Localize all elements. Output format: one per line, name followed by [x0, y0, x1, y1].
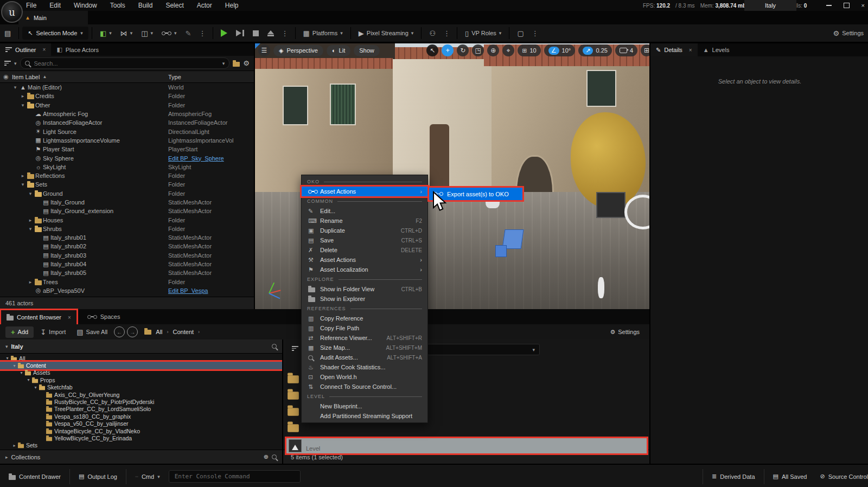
- folder-tree-row[interactable]: TreePlanter_CC_by_LordSamueliSolo: [0, 406, 282, 413]
- collections-bar[interactable]: ▸ Collections ⊕: [0, 450, 282, 464]
- outliner-row[interactable]: ▤Italy_GroundStaticMeshActor: [0, 198, 254, 207]
- folder-tree-row[interactable]: Axis_CC_by_OliverYeung: [0, 391, 282, 398]
- menu-item-edit[interactable]: ✎Edit...: [302, 206, 427, 216]
- view-mode-dropdown[interactable]: ◐Lit: [327, 45, 350, 56]
- folder-tree-row[interactable]: Vespa_v50_CC_by_yailjinser: [0, 420, 282, 427]
- menu-item-rename[interactable]: ⌨RenameF2: [302, 216, 427, 226]
- rotate-tool-button[interactable]: ↻: [457, 44, 469, 56]
- menu-item-copy-file-path[interactable]: ▥Copy File Path: [302, 323, 427, 333]
- blueprints-dropdown[interactable]: ⋈▾: [116, 26, 137, 40]
- column-type[interactable]: Type: [168, 74, 181, 80]
- outliner-row[interactable]: ▸TreesFolder: [0, 278, 254, 286]
- outliner-row[interactable]: ▸HousesFolder: [0, 215, 254, 224]
- save-button[interactable]: ▤: [0, 26, 15, 40]
- expander-closed-icon[interactable]: ▸: [20, 93, 26, 99]
- scale-tool-button[interactable]: ◳: [472, 44, 484, 56]
- toolbar-overflow-menu[interactable]: ⋮: [196, 29, 209, 37]
- back-button[interactable]: ←: [114, 326, 125, 337]
- play-button[interactable]: [216, 26, 232, 40]
- tab-content-browser[interactable]: Content Browser ×: [1, 310, 76, 324]
- outliner-row[interactable]: ▤Italy_shrub01StaticMeshActor: [0, 233, 254, 242]
- menu-item-asset-actions[interactable]: ⚒Asset Actions›: [302, 255, 427, 265]
- filter-icon[interactable]: [292, 346, 298, 351]
- chevron-down-icon[interactable]: ▾: [222, 61, 225, 66]
- outliner-row[interactable]: ⚑Player StartPlayerStart: [0, 145, 254, 153]
- minimize-button[interactable]: [826, 5, 832, 6]
- folder-icon[interactable]: [288, 408, 299, 415]
- new-folder-icon[interactable]: [233, 62, 240, 67]
- column-item-label[interactable]: Item Label: [12, 74, 40, 80]
- expander-closed-icon[interactable]: ▸: [27, 217, 34, 223]
- gear-icon[interactable]: ⚙: [243, 59, 250, 67]
- outliner-search-box[interactable]: ▾: [20, 57, 230, 69]
- source-control-button[interactable]: ⊘Source Control: [815, 469, 868, 484]
- paint-mode-button[interactable]: ✎: [181, 26, 196, 40]
- outliner-row[interactable]: ☁Atmospheric FogAtmosphericFog: [0, 110, 254, 118]
- edit-blueprint-link[interactable]: Edit BP_Sky_Sphere: [168, 155, 224, 162]
- breadcrumb-content[interactable]: Content: [173, 329, 194, 335]
- expander-closed-icon[interactable]: ▸: [20, 173, 26, 178]
- outliner-row[interactable]: ▤Italy_shrub04StaticMeshActor: [0, 260, 254, 268]
- menu-item-asset-localization[interactable]: ⚑Asset Localization›: [302, 265, 427, 274]
- cinematics-dropdown[interactable]: ◫▾: [137, 26, 157, 40]
- camera-speed-control[interactable]: 4: [615, 44, 637, 56]
- folder-tree-row[interactable]: RustyBicycle_CC_by_PiotrPjotDyderski: [0, 398, 282, 405]
- menu-item-duplicate[interactable]: ▣DuplicateCTRL+D: [302, 226, 427, 235]
- outliner-row[interactable]: ◎InstancedFoliageActorInstancedFoliageAc…: [0, 118, 254, 127]
- outliner-row[interactable]: ◎aBP_Vespa50VEdit BP_Vespa: [0, 286, 254, 295]
- world-space-button[interactable]: ⊕: [487, 44, 499, 56]
- perspective-dropdown[interactable]: ◈Perspective: [273, 45, 323, 56]
- menu-item-show-in-folder-view[interactable]: Show in Folder ViewCTRL+B: [302, 284, 427, 294]
- outliner-row[interactable]: ▤Italy_shrub05StaticMeshActor: [0, 268, 254, 277]
- expander-open-icon[interactable]: ▾: [27, 191, 34, 196]
- add-collection-icon[interactable]: ⊕: [264, 453, 269, 460]
- derived-data-button[interactable]: ≣Derived Data: [707, 469, 759, 484]
- menu-item-open-world-h[interactable]: ⊡Open World.h: [302, 372, 427, 382]
- close-icon[interactable]: ×: [43, 47, 46, 53]
- cmd-dropdown[interactable]: Cmd▾: [131, 469, 164, 484]
- tab-levels[interactable]: ▲ Levels: [698, 43, 735, 56]
- add-actor-dropdown[interactable]: ◧▾: [95, 26, 116, 40]
- eye-icon[interactable]: ◉: [0, 73, 12, 80]
- outliner-row[interactable]: ▸ReflectionsFolder: [0, 171, 254, 180]
- console-input[interactable]: [174, 472, 296, 480]
- console-command-box[interactable]: [169, 470, 301, 483]
- menu-item-save[interactable]: ▤SaveCTRL+S: [302, 235, 427, 245]
- folder-tree-row[interactable]: ▾Content: [0, 362, 282, 369]
- menu-edit[interactable]: Edit: [49, 2, 61, 9]
- folder-tree-row[interactable]: ▾Props: [0, 376, 282, 383]
- menu-item-add-partitioned-streaming-support[interactable]: Add Partitioned Streaming Support: [302, 411, 427, 421]
- selection-mode-dropdown[interactable]: ↖ Selection Mode ▾: [22, 27, 88, 40]
- stage-monitor-button[interactable]: ▢: [513, 26, 528, 40]
- output-log-button[interactable]: ▤Output Log: [74, 469, 122, 484]
- expander-open-icon[interactable]: ▾: [20, 182, 26, 187]
- play-options-menu[interactable]: ⋮: [278, 29, 292, 37]
- menu-help[interactable]: Help: [225, 2, 239, 9]
- menu-item-shader-cook-statistics[interactable]: ♨Shader Cook Statistics...: [302, 362, 427, 372]
- filter-icon[interactable]: [4, 61, 11, 66]
- unreal-logo[interactable]: u: [1, 1, 23, 23]
- close-icon[interactable]: ×: [68, 315, 71, 321]
- menu-item-reference-viewer[interactable]: ⇄Reference Viewer...ALT+SHIFT+R: [302, 333, 427, 343]
- pivot-button[interactable]: ⌖: [502, 44, 514, 56]
- all-saved-button[interactable]: ▤All Saved: [769, 469, 812, 484]
- expander-open-icon[interactable]: ▾: [27, 226, 34, 232]
- expander-open-icon[interactable]: ▾: [20, 102, 26, 108]
- edit-blueprint-link[interactable]: Edit BP_Vespa: [168, 287, 208, 294]
- folder-tree-row[interactable]: ▸Sets: [0, 442, 282, 449]
- add-button[interactable]: +Add: [5, 326, 34, 338]
- tab-place-actors[interactable]: ◧ Place Actors: [51, 43, 104, 56]
- outliner-row[interactable]: ▤Italy_Ground_extensionStaticMeshActor: [0, 207, 254, 215]
- cb-settings-button[interactable]: ⚙ Settings: [610, 329, 640, 336]
- menu-item-delete[interactable]: ✗DeleteDELETE: [302, 245, 427, 255]
- outliner-row[interactable]: ◎Sky SphereEdit BP_Sky_Sphere: [0, 153, 254, 162]
- outliner-row[interactable]: ☀Light SourceDirectionalLight: [0, 127, 254, 136]
- breadcrumb-all[interactable]: All: [156, 329, 162, 335]
- search-icon[interactable]: [272, 454, 277, 459]
- outliner-row[interactable]: ▤Italy_shrub03StaticMeshActor: [0, 251, 254, 260]
- chevron-down-icon[interactable]: ▾: [14, 61, 17, 66]
- outliner-row[interactable]: ▾OtherFolder: [0, 101, 254, 110]
- stage-monitor-options-menu[interactable]: ⋮: [528, 29, 542, 37]
- level-asset-row-selected[interactable]: Level: [286, 438, 647, 453]
- menu-actor[interactable]: Actor: [197, 2, 212, 9]
